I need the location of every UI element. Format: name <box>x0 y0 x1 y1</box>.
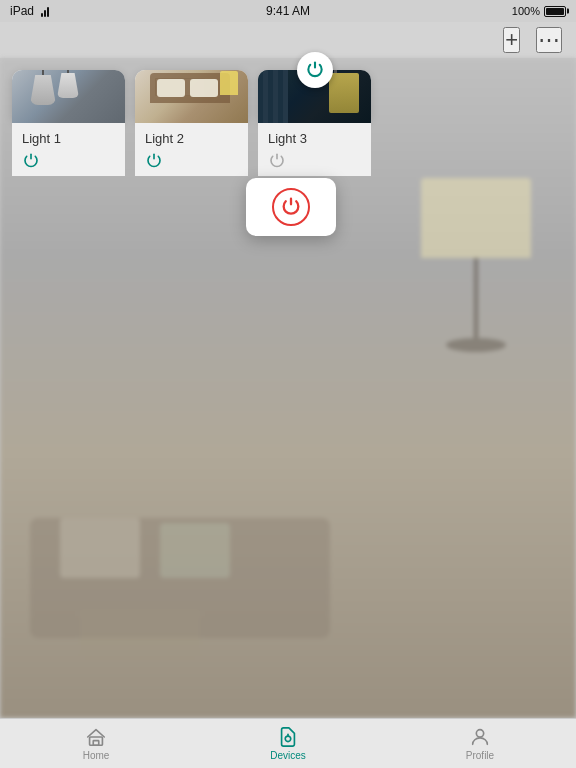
svg-point-3 <box>476 730 483 737</box>
light2-info: Light 2 <box>135 123 248 176</box>
wifi-icon <box>41 5 49 17</box>
light1-label: Light 1 <box>22 131 115 146</box>
battery-fill <box>546 8 564 15</box>
light2-power-area[interactable] <box>145 152 238 170</box>
tab-profile[interactable]: Profile <box>384 726 576 761</box>
tab-home-label: Home <box>83 750 110 761</box>
devices-grid: Light 1 Light 2 <box>0 58 576 135</box>
tab-profile-label: Profile <box>466 750 494 761</box>
status-right: 100% <box>512 5 566 17</box>
home-icon <box>85 726 107 748</box>
light1-image <box>12 70 125 123</box>
light3-label: Light 3 <box>268 131 361 146</box>
light2-label: Light 2 <box>145 131 238 146</box>
light3-power-area[interactable] <box>268 152 361 170</box>
light3-turnoff-btn[interactable] <box>272 188 310 226</box>
curtain <box>258 70 288 123</box>
light3-power-icon-small[interactable] <box>268 152 286 170</box>
profile-icon <box>469 726 491 748</box>
tab-devices[interactable]: Devices <box>192 726 384 761</box>
light3-info: Light 3 <box>258 123 371 176</box>
battery-icon <box>544 6 566 17</box>
light1-info: Light 1 <box>12 123 125 176</box>
light2-power-icon[interactable] <box>145 152 163 170</box>
light3-context-menu <box>246 178 336 236</box>
time-display: 9:41 AM <box>266 4 310 18</box>
device-card-light3[interactable]: Light 3 <box>258 70 371 123</box>
light3-power-on-btn[interactable] <box>297 52 333 88</box>
toolbar: + ⋯ <box>0 22 576 58</box>
more-button[interactable]: ⋯ <box>536 27 562 53</box>
devices-icon <box>277 726 299 748</box>
light2-image <box>135 70 248 123</box>
lamp-glow <box>329 73 359 113</box>
status-bar: iPad 9:41 AM 100% <box>0 0 576 22</box>
lamp-hang-2 <box>67 70 69 98</box>
light1-power-area[interactable] <box>22 152 115 170</box>
bedside-lamp <box>220 71 238 95</box>
tab-bar: Home Devices Profile <box>0 718 576 768</box>
device-card-light1[interactable]: Light 1 <box>12 70 125 123</box>
svg-rect-1 <box>93 741 99 746</box>
bed-pillow-2 <box>190 79 218 97</box>
device-card-light2[interactable]: Light 2 <box>135 70 248 123</box>
status-left: iPad <box>10 4 49 18</box>
light3-turnoff-icon <box>280 196 302 218</box>
main-content: Light 1 Light 2 <box>0 58 576 718</box>
light1-power-icon[interactable] <box>22 152 40 170</box>
battery-percent: 100% <box>512 5 540 17</box>
tab-home[interactable]: Home <box>0 726 192 761</box>
light3-power-on-icon <box>305 60 325 80</box>
bed-pillow-1 <box>157 79 185 97</box>
carrier-label: iPad <box>10 4 34 18</box>
lamp-hang-1 <box>42 70 44 105</box>
tab-devices-label: Devices <box>270 750 306 761</box>
add-button[interactable]: + <box>503 27 520 53</box>
